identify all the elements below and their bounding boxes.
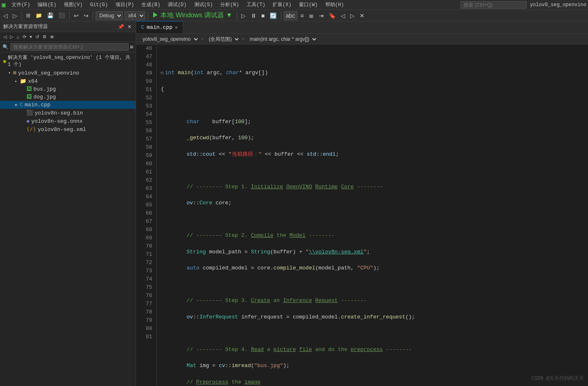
line-num-66: 66 xyxy=(140,209,152,218)
menu-edit[interactable]: 编辑(E) xyxy=(34,0,60,9)
sidebar-sync-btn[interactable]: ⟳ xyxy=(22,34,27,40)
tree-file-main-cpp[interactable]: ⊕ C main.cpp xyxy=(0,101,136,109)
sidebar-search-btn[interactable]: ⊞ xyxy=(130,44,133,50)
line-num-60: 60 xyxy=(140,160,152,168)
toolbar-save-btn[interactable]: 💾 xyxy=(45,11,55,20)
line-num-71: 71 xyxy=(140,250,152,259)
menu-project[interactable]: 项目(P) xyxy=(112,0,138,9)
breadcrumb-project-select[interactable]: yolov8_seg_openvino xyxy=(139,35,199,43)
line-num-56: 56 xyxy=(140,127,152,135)
toolbar-sep-3 xyxy=(93,12,93,20)
toolbar-clear-bookmark-btn[interactable]: ✕ xyxy=(358,11,366,20)
sidebar-collapse-btn[interactable]: ▾ xyxy=(29,34,33,40)
menu-debug[interactable]: 调试(D) xyxy=(165,0,190,9)
tree-file-bin[interactable]: ⬛ yolov8n-seg.bin xyxy=(0,109,136,117)
toolbar-redo-btn[interactable]: ↪ xyxy=(82,11,90,20)
toolbar-next-bookmark-btn[interactable]: ▷ xyxy=(348,11,356,20)
menu-git[interactable]: Git(G) xyxy=(87,1,111,9)
breadcrumb-scope-select[interactable]: (全局范围) xyxy=(205,35,240,43)
toolbar-bookmark-btn[interactable]: 🔖 xyxy=(327,11,337,20)
line-num-75: 75 xyxy=(140,283,152,292)
file-icon-xml: ⟨/⟩ xyxy=(26,126,36,133)
line-num-62: 62 xyxy=(140,176,152,185)
code-line-65: Mat img = cv::imread("bus.jpg"); xyxy=(161,362,584,370)
toolbar-abc-btn[interactable]: abc xyxy=(284,11,297,20)
code-line-58: String model_path = String(buffer) + "\\… xyxy=(161,248,584,256)
code-line-61: // -------- Step 3. Create an Inference … xyxy=(161,297,584,305)
toolbar-align-btn[interactable]: ≣ xyxy=(307,11,315,20)
solution-tree: ▣ 解决方案 'yolov8_seg_openvino' (1 个项目, 共 1… xyxy=(0,52,136,386)
toolbar-open-btn[interactable]: 📁 xyxy=(34,11,44,20)
tab-close-btn[interactable]: ✕ xyxy=(175,25,178,30)
menu-window[interactable]: 窗口(W) xyxy=(296,0,321,9)
sidebar-preview-btn[interactable]: 👁 xyxy=(49,34,55,40)
main-arrow: ⊕ xyxy=(13,103,19,108)
toolbar-back-btn[interactable]: ◁ xyxy=(2,11,9,20)
code-line-47: ⊟int main(int argc, char* argv[]) xyxy=(161,69,584,77)
line-num-58: 58 xyxy=(140,143,152,152)
line-num-73: 73 xyxy=(140,267,152,275)
sidebar-nav-back-btn[interactable]: ◁ xyxy=(2,34,7,40)
tree-item-label-onnx: yolov8n-seg.onnx xyxy=(31,118,83,124)
menu-file[interactable]: 文件(F) xyxy=(8,0,34,9)
toolbar-pause-btn[interactable]: ⏸ xyxy=(249,11,258,20)
code-line-64: // -------- Step 4. Read a picture file … xyxy=(161,346,584,354)
sidebar-nav-forward-btn[interactable]: ▷ xyxy=(9,34,14,40)
sidebar-close-btn[interactable]: ✕ xyxy=(127,23,132,30)
menu-bar-right: yolov8_seg_openvino xyxy=(461,1,586,9)
menu-analyze[interactable]: 分析(N) xyxy=(217,0,242,9)
app-title-label: yolov8_seg_openvino xyxy=(530,2,586,8)
line-num-78: 78 xyxy=(140,308,152,316)
menu-build[interactable]: 生成(B) xyxy=(138,0,164,9)
menu-test[interactable]: 测试(S) xyxy=(191,0,216,9)
debug-config-select[interactable]: Debug xyxy=(96,11,123,20)
solution-icon: ▣ xyxy=(3,58,6,64)
run-debug-btn[interactable]: ▶ 本地 Windows 调试器 ▼ xyxy=(151,10,234,21)
tree-file-dog-jpg[interactable]: 🖼 dog.jpg xyxy=(0,93,136,101)
toolbar-save-all-btn[interactable]: ⬛ xyxy=(57,11,67,20)
toolbar-stop-btn[interactable]: ■ xyxy=(260,11,266,20)
code-line-66: // Preprocess the image xyxy=(161,378,584,386)
line-num-59: 59 xyxy=(140,152,152,160)
sidebar-title: 解决方案资源管理器 xyxy=(3,23,48,30)
toolbar-forward-btn[interactable]: ▷ xyxy=(11,11,19,20)
collapse-47[interactable]: ⊟ xyxy=(161,70,163,76)
platform-select[interactable]: x64 xyxy=(125,11,145,20)
sidebar-settings-btn[interactable]: ⚙ xyxy=(42,34,47,40)
code-line-57: // -------- Step 2. Compile the Model --… xyxy=(161,232,584,240)
line-num-81: 81 xyxy=(140,333,152,341)
menu-extensions[interactable]: 扩展(X) xyxy=(269,0,295,9)
toolbar-attach-btn[interactable]: ▷ xyxy=(240,11,247,20)
sidebar-refresh-btn[interactable]: ↺ xyxy=(35,34,40,40)
toolbar-undo-btn[interactable]: ↩ xyxy=(72,11,80,20)
breadcrumb-func-select[interactable]: main(int argc, char * argv[]) xyxy=(246,35,318,43)
tree-file-xml[interactable]: ⟨/⟩ yolov8n-seg.xml xyxy=(0,125,136,133)
toolbar-restart-btn[interactable]: 🔄 xyxy=(268,11,278,20)
tree-folder-x64[interactable]: ▸ 📁 x64 xyxy=(0,77,136,85)
tab-main-cpp[interactable]: C main.cpp ✕ xyxy=(136,21,183,33)
sidebar-toolbar: ◁ ▷ ⌂ ⟳ ▾ ↺ ⚙ 👁 xyxy=(0,32,136,42)
sidebar-pin-btn[interactable]: 📌 xyxy=(117,23,125,30)
line-numbers: 46 47 48 49 50 51 52 53 54 55 56 57 58 5… xyxy=(136,44,157,386)
toolbar-format-btn[interactable]: ≡ xyxy=(299,11,306,20)
toolbar-indent-btn[interactable]: ⇥ xyxy=(317,11,325,20)
tree-file-bus-jpg[interactable]: 🖼 bus.jpg xyxy=(0,85,136,93)
project-node[interactable]: ▾ ⊞ yolov8_seg_openvino xyxy=(0,69,136,77)
toolbar-new-project-btn[interactable]: ⊞ xyxy=(24,11,32,20)
line-num-68: 68 xyxy=(140,226,152,234)
file-icon-bus: 🖼 xyxy=(26,86,32,92)
menu-tools[interactable]: 工具(T) xyxy=(243,0,269,9)
line-num-55: 55 xyxy=(140,119,152,127)
code-editor[interactable]: 46 47 48 49 50 51 52 53 54 55 56 57 58 5… xyxy=(136,44,588,386)
code-content[interactable]: ⊟int main(int argc, char* argv[]) { char… xyxy=(157,44,588,386)
toolbar-prev-bookmark-btn[interactable]: ◁ xyxy=(339,11,347,20)
menu-help[interactable]: 帮助(H) xyxy=(322,0,348,9)
tree-file-onnx[interactable]: ◈ yolov8n-seg.onnx xyxy=(0,117,136,125)
file-icon-onnx: ◈ xyxy=(26,118,30,124)
global-search-input[interactable] xyxy=(461,1,527,9)
sidebar-home-btn[interactable]: ⌂ xyxy=(16,34,20,40)
file-icon-bin: ⬛ xyxy=(26,110,33,116)
sidebar-search-input[interactable] xyxy=(10,43,129,51)
toolbar-sep-1 xyxy=(21,12,22,20)
menu-view[interactable]: 视图(V) xyxy=(61,0,86,9)
